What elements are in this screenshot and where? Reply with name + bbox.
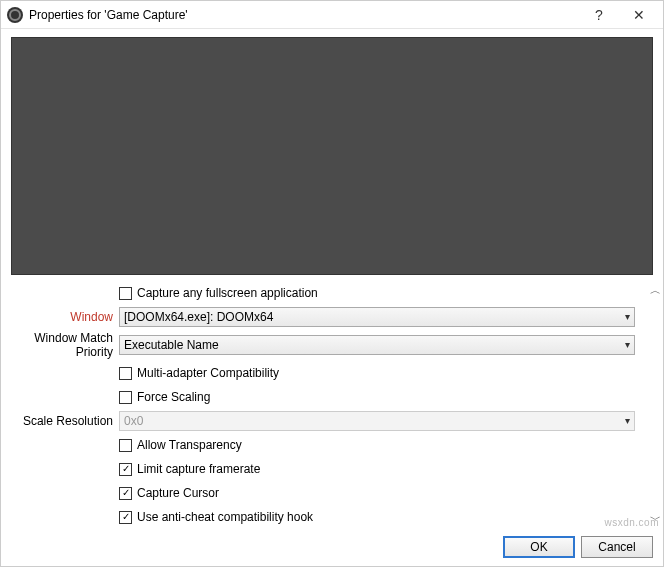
window-label: Window xyxy=(11,310,119,324)
capture-cursor-label: Capture Cursor xyxy=(137,486,219,500)
scroll-up-icon[interactable]: ︿ xyxy=(650,283,661,298)
window-select[interactable]: [DOOMx64.exe]: DOOMx64 xyxy=(119,307,635,327)
force-scaling-label: Force Scaling xyxy=(137,390,210,404)
multi-adapter-checkbox[interactable] xyxy=(119,367,132,380)
help-button[interactable]: ? xyxy=(579,1,619,29)
capture-fullscreen-label: Capture any fullscreen application xyxy=(137,286,318,300)
scale-res-label: Scale Resolution xyxy=(11,414,119,428)
preview-area xyxy=(11,37,653,275)
properties-form: ︿ Capture any fullscreen application Win… xyxy=(1,283,663,527)
anti-cheat-checkbox[interactable] xyxy=(119,511,132,524)
allow-transparency-label: Allow Transparency xyxy=(137,438,242,452)
allow-transparency-checkbox[interactable] xyxy=(119,439,132,452)
capture-cursor-checkbox[interactable] xyxy=(119,487,132,500)
priority-label: Window Match Priority xyxy=(11,331,119,359)
anti-cheat-label: Use anti-cheat compatibility hook xyxy=(137,510,313,524)
ok-button[interactable]: OK xyxy=(503,536,575,558)
app-icon xyxy=(7,7,23,23)
force-scaling-checkbox[interactable] xyxy=(119,391,132,404)
limit-framerate-label: Limit capture framerate xyxy=(137,462,260,476)
window-title: Properties for 'Game Capture' xyxy=(29,8,579,22)
watermark: wsxdn.com xyxy=(604,517,659,528)
close-button[interactable]: ✕ xyxy=(619,1,659,29)
dialog-buttons: OK Cancel xyxy=(503,536,653,558)
priority-select[interactable]: Executable Name xyxy=(119,335,635,355)
titlebar: Properties for 'Game Capture' ? ✕ xyxy=(1,1,663,29)
multi-adapter-label: Multi-adapter Compatibility xyxy=(137,366,279,380)
cancel-button[interactable]: Cancel xyxy=(581,536,653,558)
limit-framerate-checkbox[interactable] xyxy=(119,463,132,476)
scale-res-select: 0x0 xyxy=(119,411,635,431)
capture-fullscreen-checkbox[interactable] xyxy=(119,287,132,300)
